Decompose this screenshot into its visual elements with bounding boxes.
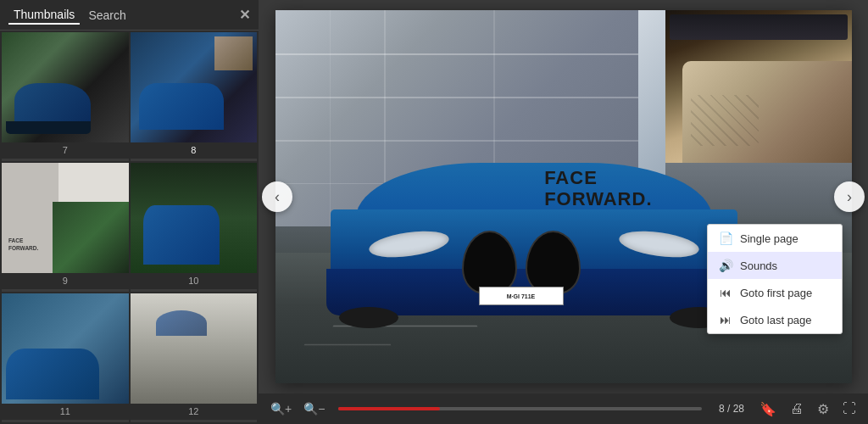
zoom-out-button[interactable]: 🔍−: [300, 400, 328, 417]
menu-label-goto-first: Goto first page: [740, 287, 812, 299]
zoom-in-button[interactable]: 🔍+: [267, 400, 295, 417]
context-menu: 📄 Single page 🔊 Sounds ⏮ Goto first page…: [707, 224, 843, 334]
thumbnail-10[interactable]: 10: [131, 163, 258, 292]
thumb-image-9: FACEFORWARD.: [2, 163, 129, 273]
thumb-image-7: [2, 32, 129, 142]
face-forward-line2: FORWARD.: [544, 188, 652, 209]
thumb-label-10: 10: [131, 273, 258, 289]
viewer-toolbar: 🔍+ 🔍− 8 / 28 🔖 🖨 ⚙ ⛶: [259, 393, 868, 424]
license-plate: M·GI 711E: [479, 287, 564, 305]
bookmark-button[interactable]: 🔖: [756, 399, 780, 419]
goto-last-icon: ⏭: [718, 313, 733, 326]
face-forward-line1: FACE: [544, 167, 652, 188]
thumb-image-11: [2, 293, 129, 404]
single-page-icon: 📄: [718, 232, 733, 245]
thumbnail-8[interactable]: 8: [131, 32, 258, 161]
nav-next-button[interactable]: ›: [834, 181, 865, 212]
thumb-label-8: 8: [131, 142, 258, 159]
page-indicator: 8 / 28: [719, 403, 744, 415]
thumb-label-11: 11: [2, 404, 129, 420]
thumb-image-12: [131, 293, 258, 404]
inset-interior: [665, 10, 852, 163]
thumb-label-7: 7: [2, 142, 129, 159]
tab-search[interactable]: Search: [83, 7, 131, 24]
thumb-label-12: 12: [131, 404, 258, 420]
toolbar-right-icons: 🔖 🖨 ⚙ ⛶: [756, 399, 860, 419]
sounds-icon: 🔊: [718, 259, 733, 272]
face-forward-overlay: FACE FORWARD.: [544, 167, 652, 210]
menu-item-sounds[interactable]: 🔊 Sounds: [708, 252, 842, 279]
menu-label-goto-last: Goto last page: [740, 314, 812, 326]
tab-thumbnails[interactable]: Thumbnails: [8, 6, 80, 25]
goto-first-icon: ⏮: [718, 286, 733, 299]
main-viewer: ‹: [259, 0, 868, 424]
settings-button[interactable]: ⚙: [814, 399, 832, 419]
fullscreen-button[interactable]: ⛶: [839, 399, 860, 419]
menu-item-goto-first[interactable]: ⏮ Goto first page: [708, 279, 842, 306]
sidebar: Thumbnails Search ✕ 7 8: [0, 0, 259, 424]
thumbnail-7[interactable]: 7: [2, 32, 129, 161]
viewer-content: ‹: [259, 0, 868, 393]
sidebar-header: Thumbnails Search ✕: [0, 0, 259, 31]
close-button[interactable]: ✕: [239, 8, 250, 22]
menu-label-sounds: Sounds: [740, 259, 777, 272]
print-button[interactable]: 🖨: [787, 399, 807, 419]
menu-item-goto-last[interactable]: ⏭ Goto last page: [708, 306, 842, 333]
thumbnail-9[interactable]: FACEFORWARD. 9: [2, 163, 129, 292]
thumbnail-11[interactable]: 11: [2, 293, 129, 422]
nav-prev-button[interactable]: ‹: [262, 181, 292, 212]
thumbnail-12[interactable]: 12: [131, 293, 258, 422]
progress-bar[interactable]: [338, 407, 702, 410]
menu-item-single-page[interactable]: 📄 Single page: [708, 225, 842, 252]
menu-label-single-page: Single page: [740, 232, 798, 245]
progress-bar-fill: [338, 407, 440, 410]
thumb-image-10: [131, 163, 258, 273]
thumbnails-grid: 7 8 FACEFORWARD. 9 10: [0, 31, 259, 424]
thumb-image-8: [131, 32, 258, 142]
thumb-label-9: 9: [2, 273, 129, 289]
